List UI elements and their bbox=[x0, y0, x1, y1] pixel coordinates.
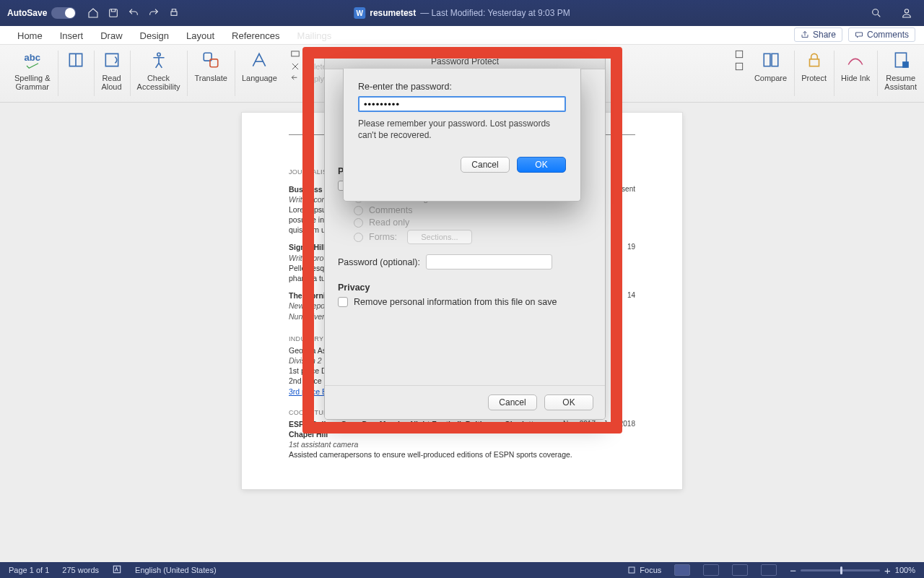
search-icon[interactable] bbox=[870, 7, 883, 20]
hide-ink-label: Hide Ink bbox=[841, 74, 870, 82]
reenter-prompt: Re-enter the password: bbox=[358, 82, 566, 92]
resume-assistant-button[interactable]: Resume Assistant bbox=[877, 45, 924, 102]
tab-references[interactable]: References bbox=[223, 27, 288, 44]
book-icon bbox=[65, 49, 87, 71]
svg-rect-14 bbox=[902, 61, 909, 68]
tab-design[interactable]: Design bbox=[131, 27, 178, 44]
svg-rect-10 bbox=[764, 53, 770, 66]
accessibility-icon bbox=[148, 49, 170, 71]
hide-ink-button[interactable]: Hide Ink bbox=[834, 45, 877, 102]
ribbon-tabs: Home Insert Draw Design Layout Reference… bbox=[0, 26, 924, 45]
ink-icon bbox=[845, 49, 866, 71]
comments-label: Comments bbox=[867, 30, 909, 40]
svg-rect-8 bbox=[736, 51, 742, 57]
tab-insert[interactable]: Insert bbox=[51, 27, 92, 44]
redo-icon[interactable] bbox=[147, 7, 160, 20]
protect-label: Protect bbox=[801, 74, 827, 82]
lock-icon bbox=[803, 49, 825, 71]
svg-point-2 bbox=[873, 9, 879, 15]
resume-label: Resume Assistant bbox=[884, 74, 917, 91]
delete-comment[interactable]: Delete bbox=[290, 61, 327, 72]
spelling-grammar-button[interactable]: abc Spelling & Grammar bbox=[7, 45, 58, 102]
language-button[interactable]: Language bbox=[235, 45, 284, 102]
svg-rect-11 bbox=[772, 53, 778, 66]
accessibility-label: Check Accessibility bbox=[137, 74, 180, 91]
resume-icon bbox=[890, 49, 912, 71]
svg-point-4 bbox=[157, 53, 160, 56]
dialog-title: Password Protect bbox=[325, 53, 605, 69]
translate-label: Translate bbox=[194, 74, 227, 82]
protect-button[interactable]: Protect bbox=[794, 45, 834, 102]
tab-layout[interactable]: Layout bbox=[178, 27, 223, 44]
svg-point-3 bbox=[905, 9, 908, 13]
compare-icon bbox=[760, 49, 782, 71]
svg-rect-7 bbox=[292, 51, 300, 56]
svg-rect-1 bbox=[171, 12, 177, 15]
print-icon[interactable] bbox=[167, 7, 180, 20]
autosave-toggle[interactable] bbox=[51, 7, 76, 19]
tab-draw[interactable]: Draw bbox=[92, 27, 131, 44]
language-icon bbox=[248, 49, 270, 71]
read-aloud-icon bbox=[101, 49, 123, 71]
tracking-mini-group bbox=[728, 45, 747, 102]
comments-button[interactable]: Comments bbox=[848, 27, 915, 42]
doc-meta: — Last Modified: Yesterday at 9:03 PM bbox=[420, 8, 570, 18]
doc-name: resumetest bbox=[370, 8, 416, 18]
read-aloud-label: Read Aloud bbox=[101, 74, 121, 91]
reenter-password-sheet: Re-enter the password: Please remember y… bbox=[343, 69, 581, 103]
share-button[interactable]: Share bbox=[794, 27, 842, 42]
tracking-icon-row[interactable] bbox=[734, 49, 744, 59]
share-label: Share bbox=[813, 30, 836, 40]
svg-rect-0 bbox=[110, 9, 118, 17]
undo-icon[interactable] bbox=[127, 7, 140, 20]
svg-rect-9 bbox=[736, 63, 742, 69]
reenter-password-input[interactable] bbox=[358, 96, 566, 103]
translate-icon bbox=[200, 49, 222, 71]
spelling-label: Spelling & Grammar bbox=[14, 74, 51, 91]
accessibility-button[interactable]: Check Accessibility bbox=[130, 45, 188, 102]
language-label: Language bbox=[242, 74, 277, 82]
new-comment[interactable]: New bbox=[290, 49, 327, 59]
read-aloud-button[interactable]: Read Aloud bbox=[94, 45, 130, 102]
compare-button[interactable]: Compare bbox=[747, 45, 794, 102]
tracking-icon-row2[interactable] bbox=[734, 61, 744, 72]
home-icon[interactable] bbox=[87, 7, 100, 20]
tab-home[interactable]: Home bbox=[9, 27, 51, 44]
autosave-label: AutoSave bbox=[7, 8, 47, 18]
thesaurus-button[interactable] bbox=[58, 45, 94, 102]
titlebar: AutoSave W resumetest — Last Modified: Y… bbox=[0, 0, 924, 26]
tab-mailings[interactable]: Mailings bbox=[289, 27, 341, 44]
svg-rect-12 bbox=[809, 59, 819, 66]
compare-label: Compare bbox=[754, 74, 787, 82]
document-title: W resumetest — Last Modified: Yesterday … bbox=[354, 7, 570, 19]
word-doc-icon: W bbox=[354, 7, 365, 19]
save-icon[interactable] bbox=[107, 7, 120, 20]
spelling-icon: abc bbox=[22, 49, 43, 71]
user-icon[interactable] bbox=[900, 7, 913, 20]
translate-button[interactable]: Translate bbox=[187, 45, 234, 102]
reply-comment[interactable]: Reply bbox=[290, 74, 327, 84]
